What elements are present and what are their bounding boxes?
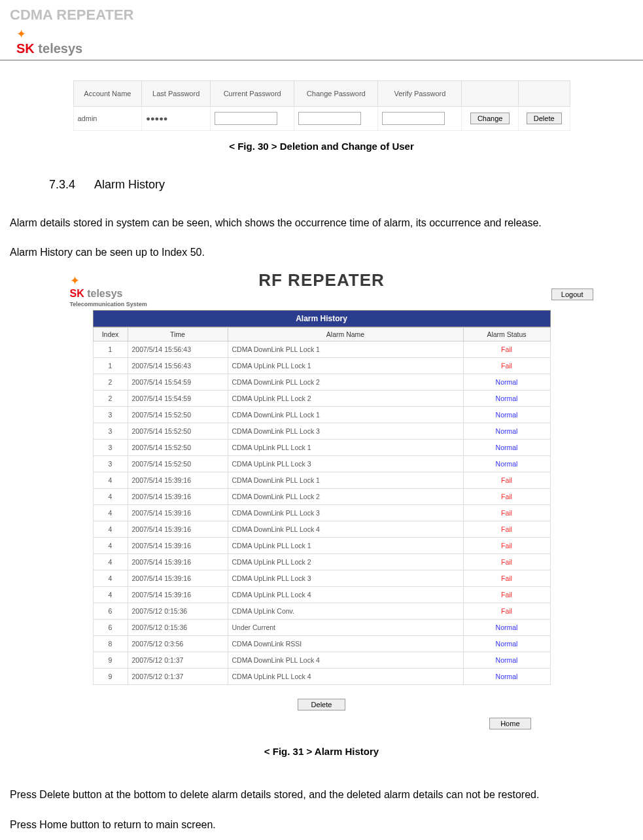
delete-user-button[interactable]: Delete [527,113,562,124]
col-verify-password: Verify Password [378,81,462,107]
cell-alarm-name: CDMA UpLink PLL Lock 2 [228,391,463,407]
home-button[interactable]: Home [489,718,530,729]
cell-time: 2007/5/14 15:52:50 [128,423,228,440]
paragraph-1: Alarm details stored in system can be se… [10,211,633,234]
table-row: 42007/5/14 15:39:16CDMA UpLink PLL Lock … [93,570,550,587]
cell-alarm-name: CDMA DownLink PLL Lock 4 [228,521,463,538]
cell-index: 2 [93,391,128,407]
cell-alarm-name: CDMA DownLink PLL Lock 1 [228,407,463,423]
table-row: 32007/5/14 15:52:50CDMA UpLink PLL Lock … [93,456,550,472]
cell-time: 2007/5/14 15:56:43 [128,358,228,374]
section-heading: 7.3.4 Alarm History [49,178,633,192]
cell-alarm-status: Fail [463,341,550,358]
cell-alarm-status: Fail [463,587,550,603]
cell-index: 4 [93,505,128,521]
table-row: 12007/5/14 15:56:43CDMA DownLink PLL Loc… [93,341,550,358]
cell-index: 3 [93,423,128,440]
cell-alarm-name: CDMA DownLink PLL Lock 1 [228,472,463,489]
cell-alarm-name: CDMA UpLink PLL Lock 2 [228,554,463,570]
cell-index: 6 [93,603,128,620]
table-row: 92007/5/12 0:1:37CDMA UpLink PLL Lock 4N… [93,669,550,685]
section-title: Alarm History [94,178,165,191]
cell-time: 2007/5/14 15:52:50 [128,440,228,456]
table-row: 32007/5/14 15:52:50CDMA UpLink PLL Lock … [93,440,550,456]
cell-time: 2007/5/14 15:54:59 [128,391,228,407]
table-row: 42007/5/14 15:39:16CDMA UpLink PLL Lock … [93,587,550,603]
cell-alarm-status: Fail [463,603,550,620]
table-row: 42007/5/14 15:39:16CDMA UpLink PLL Lock … [93,554,550,570]
logo-subtitle: Telecommunication System [70,301,147,307]
cell-time: 2007/5/14 15:39:16 [128,505,228,521]
cell-alarm-status: Normal [463,652,550,669]
section-number: 7.3.4 [49,178,75,191]
cell-index: 4 [93,472,128,489]
cell-index: 4 [93,521,128,538]
table-row: 22007/5/14 15:54:59CDMA DownLink PLL Loc… [93,374,550,391]
alarm-history-table: Index Time Alarm Name Alarm Status 12007… [93,327,551,685]
cell-index: 9 [93,652,128,669]
cell-index: 4 [93,587,128,603]
cell-index: 6 [93,620,128,636]
logout-button[interactable]: Logout [551,289,593,300]
col-index: Index [93,328,128,341]
table-row: 62007/5/12 0:15:36Under CurrentNormal [93,620,550,636]
cell-alarm-status: Normal [463,423,550,440]
cell-time: 2007/5/12 0:15:36 [128,603,228,620]
cell-time: 2007/5/12 0:15:36 [128,620,228,636]
cell-alarm-name: CDMA DownLink PLL Lock 3 [228,505,463,521]
verify-password-input[interactable] [382,112,445,125]
cell-time: 2007/5/12 0:1:37 [128,652,228,669]
table-row: 42007/5/14 15:39:16CDMA UpLink PLL Lock … [93,538,550,554]
cell-time: 2007/5/14 15:39:16 [128,587,228,603]
cell-alarm-status: Normal [463,620,550,636]
alarm-history-panel-title: Alarm History [93,310,551,327]
cell-time: 2007/5/14 15:39:16 [128,489,228,505]
cell-alarm-status: Normal [463,391,550,407]
cell-alarm-name: CDMA DownLink PLL Lock 2 [228,374,463,391]
cell-account: admin [73,107,142,131]
cell-alarm-status: Normal [463,374,550,391]
cell-alarm-name: CDMA DownLink PLL Lock 2 [228,489,463,505]
cell-alarm-status: Normal [463,636,550,652]
table-row: 92007/5/12 0:1:37CDMA DownLink PLL Lock … [93,652,550,669]
cell-alarm-name: CDMA UpLink PLL Lock 1 [228,440,463,456]
user-mgmt-table: Account Name Last Password Current Passw… [73,80,570,131]
cell-alarm-name: CDMA UpLink PLL Lock 1 [228,358,463,374]
cell-alarm-status: Fail [463,538,550,554]
table-row: 32007/5/14 15:52:50CDMA DownLink PLL Loc… [93,423,550,440]
cell-index: 3 [93,456,128,472]
cell-time: 2007/5/14 15:52:50 [128,407,228,423]
cell-time: 2007/5/12 0:3:56 [128,636,228,652]
table-row: 42007/5/14 15:39:16CDMA DownLink PLL Loc… [93,489,550,505]
cell-index: 4 [93,554,128,570]
cell-index: 2 [93,374,128,391]
cell-index: 4 [93,538,128,554]
delete-alarm-button[interactable]: Delete [298,699,346,710]
cell-time: 2007/5/14 15:52:50 [128,456,228,472]
cell-alarm-name: CDMA UpLink PLL Lock 3 [228,456,463,472]
table-row: 42007/5/14 15:39:16CDMA DownLink PLL Loc… [93,521,550,538]
cell-time: 2007/5/14 15:56:43 [128,341,228,358]
table-row: 42007/5/14 15:39:16CDMA DownLink PLL Loc… [93,505,550,521]
sk-telesys-logo: ✦ SK telesys [16,27,121,56]
current-password-input[interactable] [215,112,277,125]
cell-alarm-name: CDMA DownLink PLL Lock 3 [228,423,463,440]
cell-alarm-name: CDMA UpLink PLL Lock 4 [228,587,463,603]
table-row: 32007/5/14 15:52:50CDMA DownLink PLL Loc… [93,407,550,423]
change-password-input[interactable] [298,112,361,125]
cell-time: 2007/5/14 15:39:16 [128,472,228,489]
cell-index: 8 [93,636,128,652]
cell-index: 1 [93,358,128,374]
cell-alarm-status: Normal [463,669,550,685]
divider [0,60,643,61]
fig30-caption: < Fig. 30 > Deletion and Change of User [10,141,633,152]
cell-alarm-status: Fail [463,472,550,489]
cell-alarm-name: Under Current [228,620,463,636]
cell-alarm-status: Normal [463,407,550,423]
cell-alarm-status: Fail [463,489,550,505]
col-change-password: Change Password [294,81,378,107]
paragraph-4: Press Home button to return to main scre… [10,813,633,836]
change-button[interactable]: Change [470,113,510,124]
table-row: 62007/5/12 0:15:36CDMA UpLink Conv.Fail [93,603,550,620]
cell-time: 2007/5/14 15:39:16 [128,554,228,570]
